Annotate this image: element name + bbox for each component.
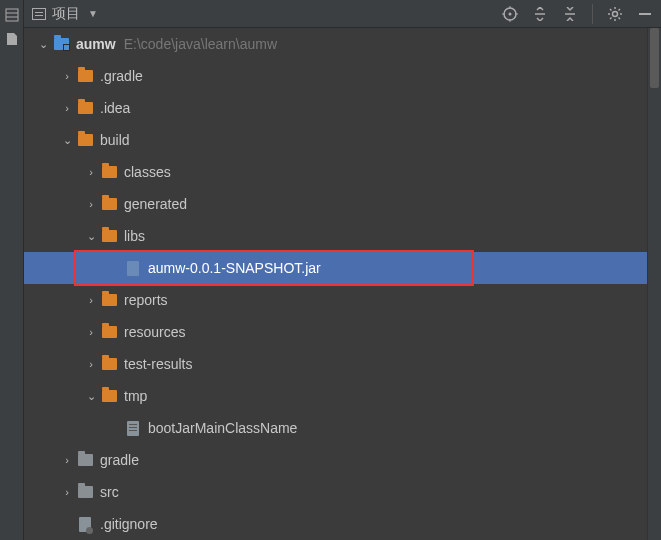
folder-icon	[76, 99, 94, 117]
tree-folder[interactable]: › reports	[24, 284, 647, 316]
jar-icon	[124, 259, 142, 277]
folder-icon	[100, 195, 118, 213]
left-toolwindow-bar	[0, 0, 24, 540]
gitignore-icon	[76, 515, 94, 533]
tree-root[interactable]: ⌄ aumw E:\code\java\learn\aumw	[24, 28, 647, 60]
chevron-down-icon[interactable]: ⌄	[34, 38, 52, 51]
tree-folder[interactable]: › gradle	[24, 444, 647, 476]
folder-label: build	[100, 132, 130, 148]
chevron-right-icon[interactable]: ›	[58, 486, 76, 498]
folder-icon	[76, 451, 94, 469]
file-label: bootJarMainClassName	[148, 420, 297, 436]
expand-all-icon[interactable]	[532, 6, 548, 22]
chevron-down-icon[interactable]: ⌄	[82, 230, 100, 243]
folder-icon	[76, 67, 94, 85]
chevron-right-icon[interactable]: ›	[82, 326, 100, 338]
folder-icon	[76, 483, 94, 501]
folder-icon	[76, 131, 94, 149]
file-label: aumw-0.0.1-SNAPSHOT.jar	[148, 260, 321, 276]
folder-label: src	[100, 484, 119, 500]
svg-point-4	[509, 12, 512, 15]
select-opened-file-icon[interactable]	[502, 6, 518, 22]
svg-rect-20	[639, 13, 651, 15]
chevron-right-icon[interactable]: ›	[58, 454, 76, 466]
folder-icon	[100, 163, 118, 181]
folder-icon	[100, 323, 118, 341]
project-view-icon	[32, 8, 46, 20]
tree-folder[interactable]: › src	[24, 476, 647, 508]
structure-tool-icon[interactable]	[3, 6, 21, 24]
folder-label: resources	[124, 324, 185, 340]
folder-icon	[100, 355, 118, 373]
root-path: E:\code\java\learn\aumw	[124, 36, 277, 52]
chevron-right-icon[interactable]: ›	[58, 70, 76, 82]
root-label: aumw	[76, 36, 116, 52]
folder-label: test-results	[124, 356, 192, 372]
tree-folder[interactable]: › resources	[24, 316, 647, 348]
module-folder-icon	[52, 35, 70, 53]
folder-label: classes	[124, 164, 171, 180]
view-selector[interactable]: 项目 ▼	[32, 5, 98, 23]
project-panel: 项目 ▼ ⌄ aumw	[24, 0, 661, 540]
project-tree[interactable]: ⌄ aumw E:\code\java\learn\aumw › .gradle…	[24, 28, 647, 540]
folder-icon	[100, 291, 118, 309]
tree-file-selected[interactable]: › aumw-0.0.1-SNAPSHOT.jar	[24, 252, 647, 284]
collapse-all-icon[interactable]	[562, 6, 578, 22]
chevron-down-icon[interactable]: ⌄	[82, 390, 100, 403]
scrollbar-thumb[interactable]	[650, 28, 659, 88]
chevron-down-icon[interactable]: ⌄	[58, 134, 76, 147]
file-icon	[124, 419, 142, 437]
tree-folder[interactable]: ⌄ tmp	[24, 380, 647, 412]
folder-label: gradle	[100, 452, 139, 468]
tree-folder[interactable]: › .idea	[24, 92, 647, 124]
tree-file[interactable]: › bootJarMainClassName	[24, 412, 647, 444]
folder-label: .gradle	[100, 68, 143, 84]
svg-point-11	[613, 11, 618, 16]
chevron-right-icon[interactable]: ›	[82, 358, 100, 370]
tree-folder[interactable]: › classes	[24, 156, 647, 188]
tree-file[interactable]: › .gitignore	[24, 508, 647, 540]
chevron-down-icon: ▼	[88, 8, 98, 19]
tree-folder[interactable]: › generated	[24, 188, 647, 220]
tree-folder[interactable]: › test-results	[24, 348, 647, 380]
chevron-right-icon[interactable]: ›	[58, 102, 76, 114]
folder-label: libs	[124, 228, 145, 244]
folder-label: reports	[124, 292, 168, 308]
chevron-right-icon[interactable]: ›	[82, 198, 100, 210]
panel-title: 项目	[52, 5, 80, 23]
folder-label: tmp	[124, 388, 147, 404]
folder-label: .idea	[100, 100, 130, 116]
gear-icon[interactable]	[607, 6, 623, 22]
folder-icon	[100, 387, 118, 405]
folder-label: generated	[124, 196, 187, 212]
tree-folder[interactable]: › .gradle	[24, 60, 647, 92]
svg-line-16	[610, 9, 612, 11]
tree-folder[interactable]: ⌄ libs	[24, 220, 647, 252]
svg-line-17	[619, 17, 621, 19]
svg-line-18	[610, 17, 612, 19]
tree-folder[interactable]: ⌄ build	[24, 124, 647, 156]
chevron-right-icon[interactable]: ›	[82, 166, 100, 178]
file-label: .gitignore	[100, 516, 158, 532]
svg-line-19	[619, 9, 621, 11]
file-tool-icon[interactable]	[3, 30, 21, 48]
svg-rect-0	[6, 9, 18, 21]
vertical-scrollbar[interactable]	[647, 28, 661, 540]
chevron-right-icon[interactable]: ›	[82, 294, 100, 306]
project-panel-header: 项目 ▼	[24, 0, 661, 28]
folder-icon	[100, 227, 118, 245]
separator	[592, 4, 593, 24]
hide-icon[interactable]	[637, 6, 653, 22]
